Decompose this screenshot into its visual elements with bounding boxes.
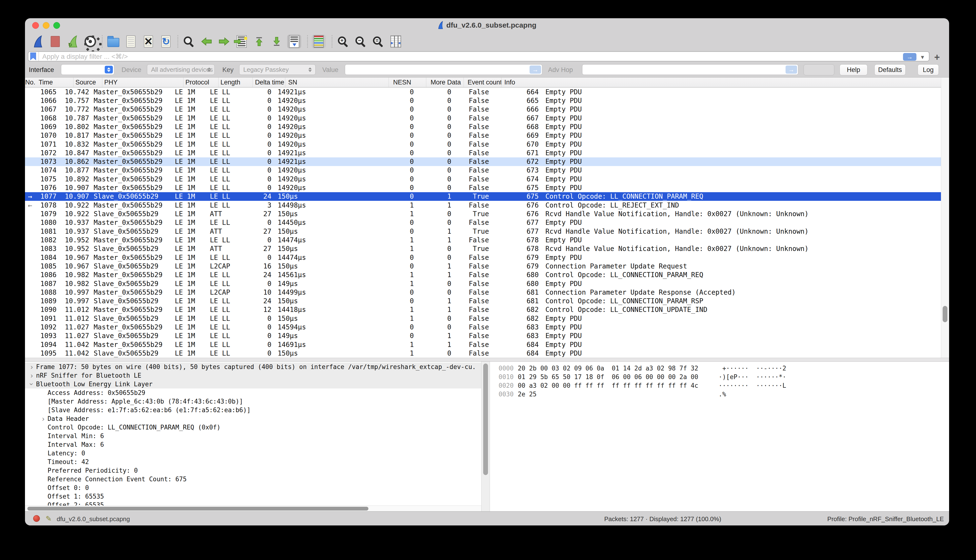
packet-row[interactable]: 1086 10.982 Master_0x50655b29 LE 1M LE L… (25, 271, 941, 279)
packet-row[interactable]: 1073 10.862 Master_0x50655b29 LE 1M LE L… (25, 157, 941, 166)
interface-select-chevrons-icon[interactable] (105, 66, 113, 73)
detail-tree-row[interactable]: Offset 0: 0 (25, 483, 481, 492)
previous-packet-icon[interactable] (200, 35, 214, 48)
expand-chevron-icon[interactable] (39, 415, 48, 423)
display-filter-input[interactable]: Apply a display filter ... <⌘/> → ▼ (28, 51, 929, 62)
packet-row[interactable]: 1081 10.937 Slave_0x50655b29 LE 1M ATT 2… (25, 227, 941, 236)
column-header[interactable]: Info (501, 77, 552, 87)
detail-tree-row[interactable]: Latency: 0 (25, 449, 481, 458)
packet-row[interactable]: 1068 10.787 Master_0x50655b29 LE 1M LE L… (25, 114, 941, 122)
packet-row[interactable]: 1092 11.027 Master_0x50655b29 LE 1M LE L… (25, 323, 941, 331)
first-packet-icon[interactable] (252, 35, 266, 48)
value-apply-icon[interactable]: → (530, 65, 541, 74)
packet-row[interactable]: ← 1078 10.922 Master_0x50655b29 LE 1M LE… (25, 201, 941, 210)
packet-row[interactable]: 1085 10.967 Slave_0x50655b29 LE 1M L2CAP… (25, 262, 941, 270)
resize-columns-icon[interactable]: ▸◂ (389, 35, 403, 48)
interface-select[interactable] (61, 64, 114, 75)
expand-chevron-icon[interactable] (27, 363, 36, 371)
packet-row[interactable]: 1071 10.832 Master_0x50655b29 LE 1M LE L… (25, 140, 941, 148)
packet-row[interactable]: 1090 11.012 Master_0x50655b29 LE 1M LE L… (25, 305, 941, 314)
auto-scroll-toggle-icon[interactable] (287, 35, 301, 48)
detail-tree-row[interactable]: Interval Max: 6 (25, 440, 481, 449)
pane-splitter[interactable] (25, 358, 949, 362)
expand-chevron-icon[interactable] (27, 372, 36, 380)
packet-row[interactable]: 1089 10.997 Slave_0x50655b29 LE 1M LE LL… (25, 297, 941, 305)
packet-row[interactable]: 1066 10.757 Master_0x50655b29 LE 1M LE L… (25, 96, 941, 105)
column-header[interactable]: PHY (102, 77, 183, 87)
column-header[interactable]: NESN (389, 77, 426, 87)
packet-row[interactable]: 1093 11.027 Slave_0x50655b29 LE 1M LE LL… (25, 332, 941, 340)
column-header[interactable]: SN (285, 77, 389, 87)
reload-file-icon[interactable]: ↻ (159, 35, 173, 48)
filter-bookmark-icon[interactable] (30, 53, 36, 60)
column-header[interactable]: More Data (426, 77, 463, 87)
packet-row[interactable]: 1079 10.922 Slave_0x50655b29 LE 1M ATT 2… (25, 210, 941, 218)
defaults-button[interactable]: Defaults (874, 64, 906, 75)
packet-row[interactable]: 1082 10.952 Master_0x50655b29 LE 1M LE L… (25, 236, 941, 244)
last-packet-icon[interactable] (270, 35, 284, 48)
profile-indicator[interactable]: Profile: Profile_nRF_Sniffer_Bluetooth_L… (827, 515, 944, 523)
packet-row[interactable]: 1067 10.772 Master_0x50655b29 LE 1M LE L… (25, 105, 941, 114)
expand-chevron-icon[interactable] (28, 380, 36, 388)
packet-row[interactable]: 1080 10.937 Master_0x50655b29 LE 1M LE L… (25, 218, 941, 227)
hex-row[interactable]: 0020 00 a3 02 00 00 ff ff ff ff ff ff ff… (490, 381, 949, 390)
hex-row[interactable]: 0010 01 29 5b 65 50 17 18 0f 06 00 06 00… (490, 373, 949, 381)
go-to-packet-icon[interactable] (235, 35, 249, 48)
next-packet-icon[interactable] (217, 35, 231, 48)
packet-row[interactable]: 1072 10.847 Master_0x50655b29 LE 1M LE L… (25, 148, 941, 157)
apply-filter-button[interactable]: → (903, 53, 916, 61)
packet-row[interactable]: 1069 10.802 Master_0x50655b29 LE 1M LE L… (25, 122, 941, 131)
packet-row[interactable]: 1095 11.042 Slave_0x50655b29 LE 1M LE LL… (25, 349, 941, 357)
advhop-apply-icon[interactable]: → (785, 65, 797, 74)
packet-row[interactable]: 1075 10.892 Master_0x50655b29 LE 1M LE L… (25, 175, 941, 183)
capture-options-icon[interactable] (84, 35, 97, 48)
key-select-chevrons-icon[interactable] (306, 66, 314, 73)
close-file-icon[interactable]: ✕ (142, 35, 155, 48)
hex-row[interactable]: 0000 20 2b 00 03 02 09 06 0a 01 14 2d a3… (490, 364, 949, 373)
detail-tree-row[interactable]: Offset 2: 65535 (25, 501, 481, 505)
detail-tree-row[interactable]: Interval Min: 6 (25, 432, 481, 440)
column-header[interactable]: Protocol (183, 77, 218, 87)
save-file-icon[interactable] (124, 35, 138, 48)
detail-vscrollbar-thumb[interactable] (483, 363, 488, 475)
zoom-in-icon[interactable]: + (336, 35, 350, 48)
detail-tree-row[interactable]: [Master Address: Apple_6c:43:0b (78:4f:4… (25, 397, 481, 406)
packet-row[interactable]: 1087 10.982 Slave_0x50655b29 LE 1M LE LL… (25, 279, 941, 288)
packet-list-scrollbar[interactable] (941, 77, 949, 358)
edit-comment-icon[interactable]: ✎ (46, 514, 52, 523)
value-input[interactable]: → (345, 64, 542, 75)
packet-row[interactable]: 1088 10.997 Master_0x50655b29 LE 1M L2CA… (25, 288, 941, 297)
expert-info-icon[interactable] (33, 515, 40, 522)
detail-tree-row[interactable]: [Slave Address: e1:7f:a5:62:ea:b6 (e1:7f… (25, 406, 481, 414)
detail-horizontal-scrollbar[interactable] (25, 505, 481, 511)
packet-row[interactable]: 1094 11.042 Master_0x50655b29 LE 1M LE L… (25, 340, 941, 349)
hex-row[interactable]: 0030 2e 25 .% (490, 390, 949, 398)
advhop-input[interactable]: → (582, 64, 798, 75)
packet-list-scrollbar-thumb[interactable] (943, 306, 948, 322)
detail-tree-row[interactable]: Timeout: 42 (25, 458, 481, 466)
detail-tree-row[interactable]: Offset 1: 65535 (25, 492, 481, 501)
stop-capture-icon[interactable] (48, 35, 62, 48)
detail-tree-row[interactable]: Data Header (25, 414, 481, 423)
packet-row[interactable]: → 1077 10.907 Slave_0x50655b29 LE 1M LE … (25, 192, 941, 201)
packet-row[interactable]: 1076 10.907 Master_0x50655b29 LE 1M LE L… (25, 183, 941, 192)
packet-row[interactable]: 1074 10.877 Master_0x50655b29 LE 1M LE L… (25, 166, 941, 175)
detail-tree-row[interactable]: Frame 1077: 50 bytes on wire (400 bits),… (25, 363, 481, 371)
packet-row[interactable]: 1091 11.012 Slave_0x50655b29 LE 1M LE LL… (25, 314, 941, 323)
key-select[interactable]: Legacy Passkey (239, 64, 316, 75)
detail-tree-row[interactable]: Preferred Periodicity: 0 (25, 466, 481, 475)
filter-dropdown-caret-icon[interactable]: ▼ (920, 54, 925, 60)
open-file-icon[interactable] (106, 35, 120, 48)
detail-tree-row[interactable]: Bluetooth Low Energy Link Layer (25, 380, 481, 388)
column-header[interactable]: Delta time (µs end to start) (252, 77, 285, 87)
detail-tree-row[interactable]: Reference Connection Event Count: 675 (25, 475, 481, 483)
packet-row[interactable]: 1084 10.967 Master_0x50655b29 LE 1M LE L… (25, 253, 941, 262)
zoom-reset-icon[interactable]: = (371, 35, 385, 48)
packet-row[interactable]: 1070 10.817 Master_0x50655b29 LE 1M LE L… (25, 131, 941, 140)
column-header[interactable]: Source (73, 77, 102, 87)
restart-capture-icon[interactable]: ↻ (66, 35, 80, 48)
column-header[interactable]: Time (35, 77, 73, 87)
device-select[interactable]: All advertising devices (147, 64, 215, 75)
detail-tree-row[interactable]: Control Opcode: LL_CONNECTION_PARAM_REQ … (25, 423, 481, 432)
start-capture-icon[interactable] (31, 35, 45, 48)
